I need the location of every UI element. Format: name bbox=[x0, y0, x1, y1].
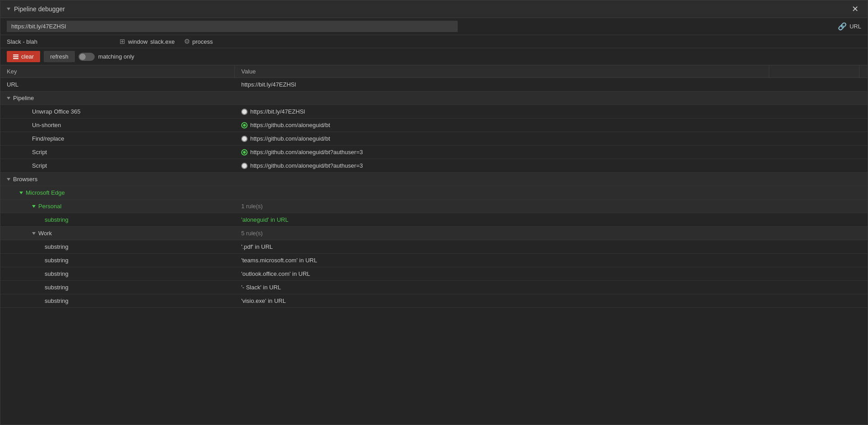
url-label-text: URL bbox=[850, 23, 861, 30]
indicator-white bbox=[241, 109, 248, 115]
row-value: https://github.com/aloneguid/bt bbox=[235, 133, 777, 144]
title-bar-left: Pipeline debugger bbox=[7, 5, 65, 13]
row-extra bbox=[777, 299, 868, 303]
row-value: https://github.com/aloneguid/bt bbox=[235, 119, 777, 131]
table-row[interactable]: Find/replace https://github.com/alonegui… bbox=[0, 132, 868, 146]
section-key: Pipeline bbox=[0, 92, 235, 104]
row-extra bbox=[777, 272, 868, 276]
url-label-group: 🔗 URL bbox=[838, 22, 861, 31]
refresh-button[interactable]: refresh bbox=[44, 51, 74, 62]
indicator-white bbox=[241, 163, 248, 169]
matching-only-label: matching only bbox=[98, 53, 134, 60]
row-extra bbox=[777, 123, 868, 128]
row-extra bbox=[777, 285, 868, 290]
section-value: 5 rule(s) bbox=[235, 228, 777, 239]
row-key: substring bbox=[0, 255, 235, 266]
section-key: Browsers bbox=[0, 174, 235, 185]
table-row[interactable]: substring 'teams.microsoft.com' in URL bbox=[0, 254, 868, 267]
row-value: 'visio.exe' in URL bbox=[235, 295, 777, 306]
row-key: URL bbox=[0, 79, 235, 90]
chevron-icon bbox=[7, 97, 10, 100]
table-row[interactable]: Script https://github.com/aloneguid/bt?a… bbox=[0, 146, 868, 159]
section-extra bbox=[777, 96, 868, 101]
panel-title: Pipeline debugger bbox=[14, 5, 65, 13]
section-value-green: 1 rule(s) bbox=[235, 201, 777, 212]
indicator-white bbox=[241, 136, 248, 142]
table-body: URL https://bit.ly/47EZHSl Pipeline Unwr… bbox=[0, 78, 868, 308]
table-row[interactable]: Pipeline bbox=[0, 91, 868, 105]
section-extra bbox=[777, 231, 868, 236]
indicator-green bbox=[241, 149, 248, 155]
table-row[interactable]: Un-shorten https://github.com/aloneguid/… bbox=[0, 119, 868, 132]
row-extra bbox=[777, 245, 868, 249]
matching-only-toggle-container: matching only bbox=[78, 53, 134, 61]
toggle-knob bbox=[79, 54, 86, 60]
process-label: process bbox=[193, 38, 213, 45]
row-key: substring bbox=[0, 295, 235, 306]
close-button[interactable]: ✕ bbox=[849, 4, 861, 14]
url-input[interactable] bbox=[7, 21, 458, 32]
section-value-green bbox=[235, 191, 777, 195]
row-key-green: substring bbox=[0, 214, 235, 225]
row-value: 'teams.microsoft.com' in URL bbox=[235, 255, 777, 266]
section-key-green: Microsoft Edge bbox=[0, 187, 235, 198]
table-row[interactable]: substring '.pdf' in URL bbox=[0, 240, 868, 254]
section-value bbox=[235, 96, 777, 101]
row-value: '.pdf' in URL bbox=[235, 241, 777, 252]
context-process: ⚙ process bbox=[184, 37, 213, 46]
row-key: Script bbox=[0, 146, 235, 158]
context-window: ⊞ window slack.exe bbox=[119, 37, 175, 46]
toolbar: clear refresh matching only bbox=[0, 48, 868, 65]
row-extra bbox=[777, 137, 868, 141]
table-row[interactable]: Unwrap Office 365 https://bit.ly/47EZHSl bbox=[0, 105, 868, 119]
chevron-icon bbox=[32, 205, 36, 208]
row-value: https://bit.ly/47EZHSl bbox=[235, 79, 777, 90]
table-row[interactable]: Script https://github.com/aloneguid/bt?a… bbox=[0, 159, 868, 173]
row-extra bbox=[777, 82, 868, 87]
table-row[interactable]: URL https://bit.ly/47EZHSl bbox=[0, 78, 868, 91]
data-table: Key Value URL https://bit.ly/47EZHSl Pip… bbox=[0, 65, 868, 425]
row-extra bbox=[777, 164, 868, 168]
window-label: window bbox=[128, 38, 147, 45]
chevron-icon bbox=[19, 192, 23, 194]
table-row[interactable]: substring 'visio.exe' in URL bbox=[0, 294, 868, 308]
row-value: '- Slack' in URL bbox=[235, 282, 777, 293]
pipeline-debugger-panel: Pipeline debugger ✕ 🔗 URL Slack - blah ⊞… bbox=[0, 0, 868, 425]
table-row[interactable]: substring 'outlook.office.com' in URL bbox=[0, 267, 868, 281]
row-value: https://github.com/aloneguid/bt?authuser… bbox=[235, 146, 777, 158]
table-row[interactable]: substring 'aloneguid' in URL bbox=[0, 213, 868, 227]
col-header-value: Value bbox=[235, 65, 769, 78]
row-value-green: 'aloneguid' in URL bbox=[235, 214, 777, 225]
list-icon bbox=[13, 55, 18, 59]
row-key: Script bbox=[0, 160, 235, 171]
table-row[interactable]: Personal 1 rule(s) bbox=[0, 200, 868, 213]
chevron-icon bbox=[7, 178, 10, 181]
row-key: Unwrap Office 365 bbox=[0, 106, 235, 117]
section-value bbox=[235, 177, 777, 182]
panel-collapse-icon[interactable] bbox=[7, 8, 10, 10]
section-extra-green bbox=[777, 204, 868, 209]
row-extra bbox=[777, 110, 868, 114]
table-row[interactable]: Browsers bbox=[0, 173, 868, 186]
row-key: substring bbox=[0, 241, 235, 252]
matching-only-toggle[interactable] bbox=[78, 53, 95, 61]
context-title: Slack - blah bbox=[7, 38, 119, 45]
clear-button[interactable]: clear bbox=[7, 51, 40, 62]
window-icon: ⊞ bbox=[119, 37, 125, 46]
section-key: Work bbox=[0, 228, 235, 239]
section-extra-green bbox=[777, 191, 868, 195]
row-key: substring bbox=[0, 282, 235, 293]
row-extra bbox=[777, 258, 868, 263]
title-bar: Pipeline debugger ✕ bbox=[0, 0, 868, 18]
table-row[interactable]: Microsoft Edge bbox=[0, 186, 868, 200]
window-value: slack.exe bbox=[150, 38, 175, 45]
url-bar: 🔗 URL bbox=[0, 18, 868, 35]
col-header-key: Key bbox=[0, 65, 235, 78]
row-key: Find/replace bbox=[0, 133, 235, 144]
table-row[interactable]: Work 5 rule(s) bbox=[0, 227, 868, 240]
process-icon: ⚙ bbox=[184, 37, 190, 46]
table-row[interactable]: substring '- Slack' in URL bbox=[0, 281, 868, 294]
table-header: Key Value bbox=[0, 65, 868, 78]
section-extra bbox=[777, 177, 868, 182]
context-bar: Slack - blah ⊞ window slack.exe ⚙ proces… bbox=[0, 35, 868, 48]
